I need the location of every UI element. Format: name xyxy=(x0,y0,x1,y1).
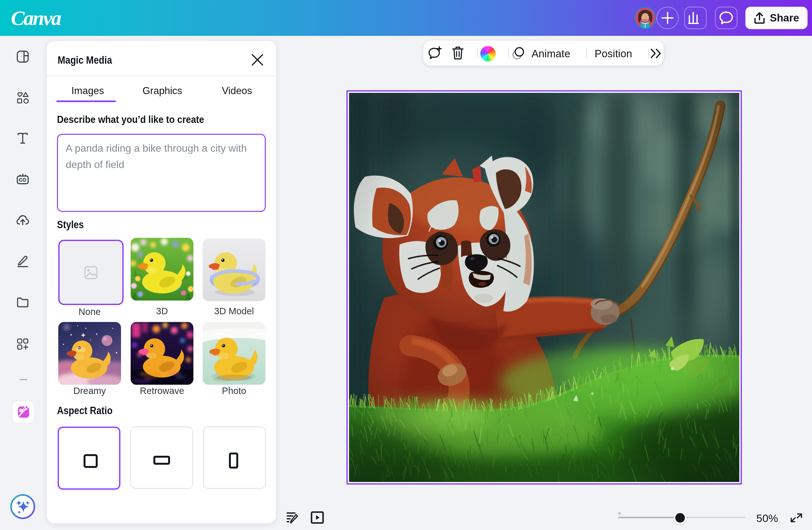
svg-text:Canva: Canva xyxy=(11,7,61,29)
